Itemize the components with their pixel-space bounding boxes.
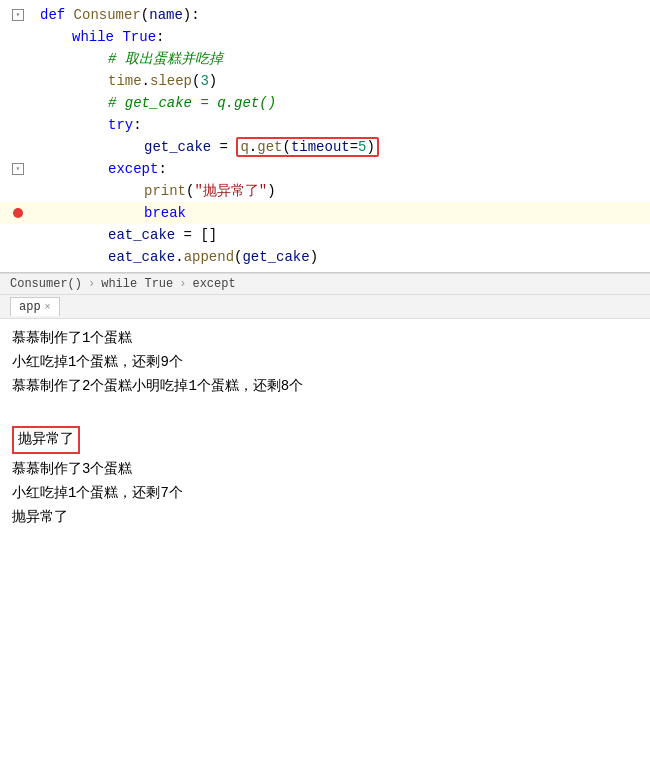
get-close: ) xyxy=(367,139,375,155)
output-line-8: 抛异常了 xyxy=(12,506,638,530)
code-line-4: time.sleep(3) xyxy=(0,70,650,92)
breadcrumb-consumer: Consumer() xyxy=(10,277,82,291)
print-close: ) xyxy=(267,183,275,199)
line-content-1: def Consumer(name): xyxy=(36,4,650,26)
fn-sleep: sleep xyxy=(150,73,192,89)
param-name: name xyxy=(149,7,183,23)
code-line-6: try: xyxy=(0,114,650,136)
fn-time: time xyxy=(108,73,142,89)
keyword-while: while xyxy=(72,29,122,45)
code-line-1: ▾ def Consumer(name): xyxy=(0,4,650,26)
get-paren: ( xyxy=(282,139,290,155)
tab-close-button[interactable]: × xyxy=(45,302,51,313)
eq-1: = xyxy=(350,139,358,155)
sleep-close: ) xyxy=(209,73,217,89)
breakpoint-dot[interactable] xyxy=(13,208,23,218)
num-5: 5 xyxy=(358,139,366,155)
output-line-7: 小红吃掉1个蛋糕，还剩7个 xyxy=(12,482,638,506)
eat-assign: = [] xyxy=(175,227,217,243)
output-line-5: 抛异常了 xyxy=(12,422,638,458)
code-line-3: # 取出蛋糕并吃掉 xyxy=(0,48,650,70)
output-line-6: 慕慕制作了3个蛋糕 xyxy=(12,458,638,482)
code-line-5: # get_cake = q.get() xyxy=(0,92,650,114)
var-eat-cake: eat_cake xyxy=(108,227,175,243)
gutter-10 xyxy=(0,208,36,218)
code-line-12: eat_cake.append(get_cake) xyxy=(0,246,650,268)
dot-1: . xyxy=(142,73,150,89)
fn-consumer: Consumer xyxy=(74,7,141,23)
line-content-2: while True: xyxy=(36,26,650,48)
code-editor: ▾ def Consumer(name): while True: # 取出蛋糕… xyxy=(0,0,650,273)
line-content-7: get_cake = q.get(timeout=5) xyxy=(36,136,650,158)
error-badge: 抛异常了 xyxy=(12,426,80,454)
comment-1: # 取出蛋糕并吃掉 xyxy=(108,51,223,67)
breadcrumb-sep-1: › xyxy=(88,277,95,291)
line-content-6: try: xyxy=(36,114,650,136)
line-content-4: time.sleep(3) xyxy=(36,70,650,92)
keyword-except: except xyxy=(108,161,158,177)
num-3: 3 xyxy=(200,73,208,89)
fold-arrow-up[interactable]: ▾ xyxy=(12,9,24,21)
line-content-11: eat_cake = [] xyxy=(36,224,650,246)
dot-2: . xyxy=(249,139,257,155)
var-get-cake: get_cake xyxy=(144,139,211,155)
line-content-12: eat_cake.append(get_cake) xyxy=(36,246,650,268)
line-content-8: except: xyxy=(36,158,650,180)
gutter-1: ▾ xyxy=(0,9,36,21)
code-line-11: eat_cake = [] xyxy=(0,224,650,246)
dot-3: . xyxy=(175,249,183,265)
timeout-key: timeout xyxy=(291,139,350,155)
breadcrumb-except: except xyxy=(192,277,235,291)
breadcrumb-bar: Consumer() › while True › except xyxy=(0,273,650,295)
fn-q: q xyxy=(240,139,248,155)
output-line-2: 小红吃掉1个蛋糕，还剩9个 xyxy=(12,351,638,375)
code-line-7: get_cake = q.get(timeout=5) xyxy=(0,136,650,158)
gutter-8: ▾ xyxy=(0,163,36,175)
terminal-body: 慕慕制作了1个蛋糕 小红吃掉1个蛋糕，还剩9个 慕慕制作了2个蛋糕小明吃掉1个蛋… xyxy=(0,319,650,537)
terminal-header: app × xyxy=(0,295,650,319)
line-content-10: break xyxy=(36,202,650,224)
keyword-def: def xyxy=(40,7,74,23)
comment-2: # get_cake = q.get() xyxy=(108,95,276,111)
except-colon: : xyxy=(158,161,166,177)
colon-1: : xyxy=(156,29,164,45)
line-content-3: # 取出蛋糕并吃掉 xyxy=(36,48,650,70)
breadcrumb-while: while True xyxy=(101,277,173,291)
var-eat-cake-2: eat_cake xyxy=(108,249,175,265)
try-colon: : xyxy=(133,117,141,133)
line-content-5: # get_cake = q.get() xyxy=(36,92,650,114)
code-line-2: while True: xyxy=(0,26,650,48)
paren-open: ( xyxy=(141,7,149,23)
code-line-10: break xyxy=(0,202,650,224)
var-get-cake-2: get_cake xyxy=(242,249,309,265)
output-line-3: 慕慕制作了2个蛋糕小明吃掉1个蛋糕，还剩8个 xyxy=(12,375,638,399)
code-line-8: ▾ except: xyxy=(0,158,650,180)
breadcrumb-sep-2: › xyxy=(179,277,186,291)
keyword-break: break xyxy=(144,205,186,221)
tab-label: app xyxy=(19,300,41,314)
string-exception: "抛异常了" xyxy=(194,183,267,199)
highlight-box: q.get(timeout=5) xyxy=(236,137,378,157)
keyword-try: try xyxy=(108,117,133,133)
paren-close: ): xyxy=(183,7,200,23)
code-line-9: print("抛异常了") xyxy=(0,180,650,202)
terminal-tab-app[interactable]: app × xyxy=(10,297,60,316)
fn-print: print xyxy=(144,183,186,199)
keyword-true: True xyxy=(122,29,156,45)
line-content-9: print("抛异常了") xyxy=(36,180,650,202)
output-line-1: 慕慕制作了1个蛋糕 xyxy=(12,327,638,351)
append-close: ) xyxy=(310,249,318,265)
assign-1: = xyxy=(211,139,236,155)
fn-get: get xyxy=(257,139,282,155)
fn-append: append xyxy=(184,249,234,265)
fold-arrow-down[interactable]: ▾ xyxy=(12,163,24,175)
